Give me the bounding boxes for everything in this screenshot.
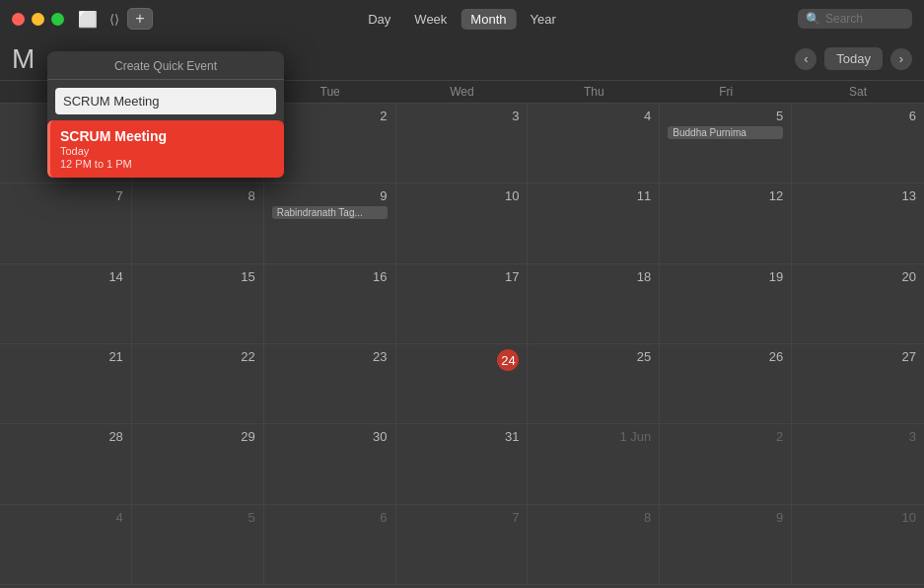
- event-suggestion[interactable]: SCRUM Meeting Today 12 PM to 1 PM: [47, 120, 284, 178]
- calendar-cell[interactable]: 5Buddha Purnima: [660, 104, 792, 184]
- calendar-cell[interactable]: 25: [528, 344, 660, 424]
- date-number: 24: [497, 349, 519, 371]
- suggestion-day: Today: [60, 145, 274, 157]
- add-event-button[interactable]: +: [127, 8, 153, 30]
- date-number: 6: [800, 109, 916, 123]
- calendar-cell[interactable]: 28: [0, 424, 132, 504]
- calendar-cell[interactable]: 13: [792, 184, 924, 263]
- calendar-cell[interactable]: 29: [132, 424, 264, 504]
- calendar-cell[interactable]: 7: [0, 184, 132, 263]
- sidebar-icon[interactable]: ⬜: [78, 10, 98, 29]
- date-number: 18: [535, 269, 651, 284]
- calendar-cell[interactable]: 8: [528, 505, 660, 585]
- calendar-cell[interactable]: 2: [660, 424, 792, 504]
- date-number: 5: [140, 510, 255, 525]
- chevron-icon[interactable]: ⟨⟩: [109, 12, 119, 27]
- view-day[interactable]: Day: [358, 9, 400, 30]
- view-year[interactable]: Year: [520, 9, 565, 30]
- date-number: 1 Jun: [535, 429, 651, 444]
- date-number: 23: [272, 349, 388, 364]
- search-input[interactable]: [825, 12, 904, 26]
- calendar-cell[interactable]: 15: [132, 264, 264, 344]
- day-header-wed: Wed: [396, 81, 529, 103]
- view-switcher: Day Week Month Year: [358, 9, 566, 30]
- day-header-thu: Thu: [528, 81, 660, 103]
- date-number: 5: [668, 109, 783, 123]
- calendar-cell[interactable]: 10: [396, 184, 529, 263]
- calendar-cell[interactable]: 7: [396, 505, 529, 585]
- date-number: 29: [140, 429, 255, 444]
- calendar-cell[interactable]: 3: [396, 104, 529, 184]
- close-button[interactable]: [12, 13, 25, 26]
- day-header-fri: Fri: [660, 81, 792, 103]
- maximize-button[interactable]: [51, 13, 64, 26]
- date-number: 7: [8, 188, 123, 203]
- calendar-cell[interactable]: 10: [792, 505, 924, 585]
- date-number: 10: [404, 188, 520, 203]
- date-number: 9: [668, 510, 783, 525]
- calendar-cell[interactable]: 16: [264, 264, 396, 344]
- quick-event-popup: Create Quick Event SCRUM Meeting Today 1…: [47, 51, 284, 178]
- calendar-cell[interactable]: 17: [396, 264, 529, 344]
- calendar-cell[interactable]: 6: [792, 104, 924, 184]
- calendar-cell[interactable]: 27: [792, 344, 924, 424]
- date-number: 25: [535, 349, 651, 364]
- next-month-button[interactable]: ›: [890, 48, 912, 70]
- date-number: 4: [535, 109, 651, 123]
- calendar-cell[interactable]: 9: [660, 505, 792, 585]
- calendar-cell[interactable]: 23: [264, 344, 396, 424]
- date-number: 8: [535, 510, 651, 525]
- calendar-cell[interactable]: 4: [528, 104, 660, 184]
- date-number: 15: [140, 269, 255, 284]
- view-month[interactable]: Month: [461, 9, 516, 30]
- calendar-cell[interactable]: 22: [132, 344, 264, 424]
- prev-month-button[interactable]: ‹: [795, 48, 817, 70]
- calendar-cell[interactable]: 21: [0, 344, 132, 424]
- date-number: 20: [800, 269, 916, 284]
- today-button[interactable]: Today: [824, 47, 883, 70]
- date-number: 3: [404, 109, 520, 123]
- calendar-cell[interactable]: 9Rabindranath Tag...: [264, 184, 396, 263]
- calendar-cell[interactable]: 5: [132, 505, 264, 585]
- date-number: 30: [272, 429, 388, 444]
- calendar-cell[interactable]: 12: [660, 184, 792, 263]
- search-icon: 🔍: [806, 12, 820, 26]
- calendar-cell[interactable]: 3: [792, 424, 924, 504]
- date-number: 8: [140, 188, 255, 203]
- date-number: 3: [800, 429, 916, 444]
- date-number: 19: [668, 269, 783, 284]
- month-label: M: [12, 43, 51, 75]
- calendar-cell[interactable]: 19: [660, 264, 792, 344]
- quick-event-input[interactable]: [55, 88, 276, 114]
- date-number: 4: [8, 510, 123, 525]
- date-number: 10: [800, 510, 916, 525]
- date-number: 27: [800, 349, 916, 364]
- date-number: 31: [404, 429, 520, 444]
- date-number: 7: [404, 510, 520, 525]
- calendar-cell[interactable]: 18: [528, 264, 660, 344]
- calendar-cell[interactable]: 26: [660, 344, 792, 424]
- date-number: 11: [535, 188, 651, 203]
- date-number: 17: [404, 269, 520, 284]
- traffic-lights: [12, 13, 64, 26]
- calendar-cell[interactable]: 11: [528, 184, 660, 263]
- event-pill[interactable]: Rabindranath Tag...: [272, 206, 388, 219]
- date-number: 22: [140, 349, 255, 364]
- minimize-button[interactable]: [32, 13, 44, 26]
- calendar-cell[interactable]: 14: [0, 264, 132, 344]
- calendar-cell[interactable]: 6: [264, 505, 396, 585]
- titlebar: ⬜ ⟨⟩ + Day Week Month Year 🔍: [0, 0, 924, 37]
- view-week[interactable]: Week: [404, 9, 457, 30]
- calendar-cell[interactable]: 1 Jun: [528, 424, 660, 504]
- calendar-cell[interactable]: 30: [264, 424, 396, 504]
- date-number: 14: [8, 269, 123, 284]
- calendar-cell[interactable]: 24: [396, 344, 529, 424]
- calendar-cell[interactable]: 20: [792, 264, 924, 344]
- date-number: 9: [272, 188, 388, 203]
- calendar-cell[interactable]: 4: [0, 505, 132, 585]
- calendar-cell[interactable]: 8: [132, 184, 264, 263]
- search-box[interactable]: 🔍: [798, 9, 912, 29]
- event-pill[interactable]: Buddha Purnima: [668, 126, 783, 139]
- calendar-cell[interactable]: 31: [396, 424, 529, 504]
- date-number: 13: [800, 188, 916, 203]
